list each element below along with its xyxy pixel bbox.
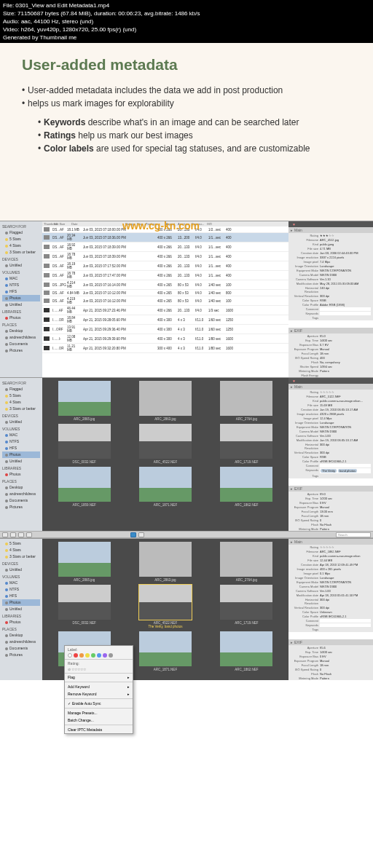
sub-bullet-2: Ratings help us mark our best images — [38, 129, 351, 142]
keywords-input[interactable]: The Verityband photos — [320, 468, 371, 473]
meta-main-section[interactable]: ▸ Main — [288, 227, 373, 233]
header-audio: Audio: aac, 44100 Hz, stereo (und) — [3, 17, 370, 25]
heart-icon[interactable]: ♥ — [293, 379, 295, 383]
sub-bullet-3: Color labels are used for special tag st… — [38, 142, 351, 155]
file-row[interactable]: I......I-12.08 MBApr 21, 2015 09:29:39.6… — [42, 334, 288, 344]
sb-4stars[interactable]: 4 Stars — [2, 242, 40, 249]
context-menu: Label: Rating: ⊘ ☆☆☆☆☆ Flag Add Keyword … — [64, 645, 133, 680]
file-row[interactable]: DS...AF4.84 MBJun 03, 2015 07:10:12.00 P… — [42, 290, 288, 296]
file-row[interactable]: I...ORF13.91 MBApr 21, 2015 09:29:36.40 … — [42, 325, 288, 334]
slide-title: User-added metadata — [22, 56, 351, 74]
sidebar-2: SEARCH FOR Flagged 5 Stars 4 Stars 3 Sta… — [0, 378, 42, 531]
sb-places: PLACES — [2, 323, 40, 328]
sb-hfs[interactable]: HFS — [2, 288, 40, 295]
sb-devices: DEVICES — [2, 257, 40, 262]
file-row[interactable]: I......OR11.21 MBApr 21, 2015 09:32:20.8… — [42, 344, 288, 353]
search-field[interactable]: Search — [336, 532, 371, 537]
toolbar: Search — [0, 531, 373, 538]
thumb-card[interactable]: ARC_1871.NEF — [126, 467, 204, 507]
thumb-card[interactable]: ARC_2764.jpg — [208, 381, 286, 421]
file-row[interactable]: DS...AF20.34 MBJun 03, 2015 07:18:36.00 … — [42, 233, 288, 242]
thumb-card[interactable]: DSC_0032.NEF — [45, 424, 123, 464]
thumb-card[interactable]: ARC_1859.NEF — [45, 467, 123, 507]
sidebar-3: 5 Stars 4 Stars 3 Stars or better DEVICE… — [0, 539, 42, 680]
cm-rating-stars[interactable]: ⊘ ☆☆☆☆☆ — [68, 667, 130, 671]
toolbar-btn[interactable] — [10, 532, 16, 537]
file-row[interactable]: DS...AF18.78 MBJun 03, 2015 07:18:39.00 … — [42, 252, 288, 261]
sb-libraries: LIBRARIES — [2, 309, 40, 315]
toolbar-btn[interactable] — [26, 532, 32, 537]
sb-mac[interactable]: MAC — [2, 275, 40, 282]
toolbar-btn[interactable] — [18, 532, 24, 537]
sub-bullet-1: Keywords describe what's in an image and… — [38, 116, 351, 129]
tags-area[interactable] — [288, 320, 373, 328]
meta-top: ♥ — [288, 221, 373, 227]
header-file: File: 0301_View and Edit Metadata1.mp4 — [3, 1, 370, 9]
cm-rating-header: Rating: — [68, 661, 130, 666]
file-row[interactable]: I......AF46.44 MBApr 21, 2015 09:27:23.4… — [42, 306, 288, 315]
header-gen: Generated by Thumbnail me — [3, 33, 370, 42]
toolbar-btn[interactable] — [2, 532, 8, 537]
video-info-header: File: 0301_View and Edit Metadata1.mp4 S… — [0, 0, 373, 43]
meta-exif-section[interactable]: ▸ EXIF — [288, 328, 373, 334]
app-view-2: SEARCH FOR Flagged 5 Stars 4 Stars 3 Sta… — [0, 377, 373, 531]
thumb-card[interactable]: ARC_2863.jpg — [126, 381, 204, 421]
bullet-2: helps us mark images for explorability — [22, 97, 351, 110]
file-row[interactable]: DS...AF18.78 MBJun 03, 2015 07:17:47.00 … — [42, 271, 288, 280]
cm-flag[interactable]: Flag — [65, 674, 133, 680]
sb-search-for: SEARCH FOR — [2, 224, 40, 229]
cm-label-header: Label: — [68, 647, 130, 652]
sb-photos[interactable]: Photos — [2, 295, 40, 301]
sb-5stars[interactable]: 5 Stars — [2, 236, 40, 242]
thumb-card[interactable]: ARC_4522.NEF — [126, 424, 204, 464]
header-video: Video: h264, yuv420p, 1280x720, 25.00 fp… — [3, 25, 370, 33]
toolbar-btn[interactable] — [138, 532, 144, 537]
file-list: ThumbnailFile SizeDateRatingFlagPixel si… — [42, 221, 288, 377]
sb-desktop[interactable]: Desktop — [2, 328, 40, 334]
sb-ntfs[interactable]: NTFS — [2, 282, 40, 288]
file-row[interactable]: DS...JPG4.214 MBJun 03, 2015 07:16:14.00… — [42, 280, 288, 290]
sb-untitled2[interactable]: Untitled — [2, 301, 40, 308]
app-view-3: 5 Stars 4 Stars 3 Stars or better DEVICE… — [0, 538, 373, 680]
sidebar-1: SEARCH FOR Flagged 5 Stars 4 Stars 3 Sta… — [0, 221, 42, 377]
bullet-1: User-added metadata includes the data we… — [22, 84, 351, 97]
sb-pictures[interactable]: Pictures — [2, 347, 40, 354]
list-header: ThumbnailFile SizeDateRatingFlagPixel si… — [42, 221, 288, 226]
sb-untitled[interactable]: Untitled — [2, 262, 40, 269]
thumbnail-grid-2: ARC_2865.jpg ARC_2863.jpg ARC_2764.jpg D… — [42, 378, 288, 531]
file-row[interactable]: DS...AF18.92 MBJun 03, 2015 07:18:39.00 … — [42, 242, 288, 252]
sb-volumes: VOLUMES — [2, 270, 40, 275]
cm-label-colors[interactable] — [68, 653, 130, 658]
file-row[interactable]: DS...AF4.219 MBJun 03, 2015 07:16:12.00 … — [42, 296, 288, 306]
thumb-card[interactable]: ARC_1862.NEF — [208, 467, 286, 507]
thumb-card[interactable]: ARC_2865.jpg — [45, 381, 123, 421]
sb-documents[interactable]: Documents — [2, 341, 40, 347]
header-size: Size: 71150687 bytes (67.84 MiB), durati… — [3, 9, 370, 17]
file-row[interactable]: DS...AF18.19 MBJun 03, 2015 07:17:52.00 … — [42, 261, 288, 271]
file-row[interactable]: DS...AF18.1 MBJun 03, 2015 07:18:00.00 P… — [42, 226, 288, 233]
file-row[interactable]: I......OR18.84 MBApr 21, 2015 09:28:05.6… — [42, 315, 288, 325]
sb-flagged[interactable]: Flagged — [2, 229, 40, 236]
sb-user[interactable]: andrewchildress — [2, 334, 40, 341]
metadata-panel-1: ♥ ▸ Main Rating★★★☆☆ FilenameARC_4512.jp… — [288, 221, 373, 377]
app-view-1: SEARCH FOR Flagged 5 Stars 4 Stars 3 Sta… — [0, 221, 373, 377]
metadata-panel-2: ♥ ▸ Main Rating☆☆☆☆☆ FilenameARC_5122.NE… — [288, 378, 373, 531]
heart-icon[interactable]: ♥ — [293, 222, 295, 226]
sb-lib-photos[interactable]: Photos — [2, 315, 40, 321]
presentation-slide: User-added metadata User-added metadata … — [0, 43, 373, 221]
thumb-card[interactable]: ARC_1719.NEF — [208, 424, 286, 464]
sb-3stars[interactable]: 3 Stars or better — [2, 249, 40, 256]
toolbar-btn-blue[interactable] — [130, 532, 136, 537]
metadata-panel-3: ▸ Main Rating☆☆☆☆☆ FilenameARC_1892.NEF … — [288, 539, 373, 680]
